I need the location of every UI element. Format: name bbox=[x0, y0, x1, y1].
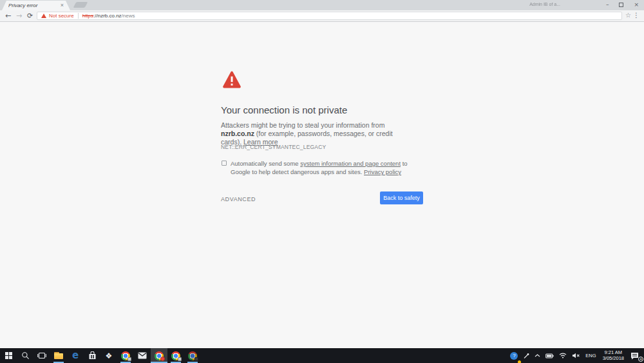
system-info-link[interactable]: system information and page content bbox=[300, 160, 401, 167]
address-bar[interactable]: Not secure https ://nzrb.co.nz /news bbox=[37, 12, 622, 20]
chrome-profile-3-button[interactable] bbox=[184, 348, 201, 363]
close-button[interactable]: × bbox=[634, 2, 639, 8]
windows-logo-icon bbox=[5, 352, 12, 359]
chrome-icon bbox=[188, 351, 197, 360]
affected-domain: nzrb.co.nz bbox=[221, 130, 254, 137]
clock[interactable]: 9:21 AM 3/05/2018 bbox=[599, 350, 628, 361]
dropbox-button[interactable]: ❖ bbox=[100, 348, 117, 363]
pen-icon bbox=[523, 353, 529, 359]
mail-button[interactable] bbox=[134, 348, 151, 363]
report-optin-row: Automatically send some system informati… bbox=[221, 159, 414, 176]
window-controls: – × bbox=[606, 0, 641, 9]
minimize-button[interactable]: – bbox=[606, 2, 609, 8]
pen-tray-button[interactable] bbox=[520, 348, 532, 363]
network-tray-button[interactable] bbox=[556, 348, 569, 363]
battery-tray-button[interactable] bbox=[543, 348, 556, 363]
error-heading: Your connection is not private bbox=[221, 104, 347, 115]
report-optin-text: Automatically send some system informati… bbox=[231, 159, 414, 176]
chrome-icon bbox=[121, 351, 130, 360]
chrome-active-button[interactable] bbox=[151, 348, 167, 363]
file-explorer-icon bbox=[54, 352, 63, 359]
menu-dots-icon[interactable]: ⋮ bbox=[633, 12, 639, 19]
clock-date: 3/05/2018 bbox=[603, 356, 624, 362]
security-chip[interactable]: Not secure bbox=[49, 13, 74, 19]
restore-button[interactable] bbox=[619, 3, 623, 7]
profile-name: Admin IB of a... bbox=[529, 2, 560, 6]
help-icon: ? bbox=[510, 352, 518, 360]
edge-icon: e bbox=[72, 351, 79, 360]
chevron-up-icon bbox=[535, 354, 540, 357]
titlebar: Privacy error × Admin IB of a... – × bbox=[0, 0, 644, 10]
back-icon[interactable]: ← bbox=[5, 11, 11, 21]
url-path: /news bbox=[122, 13, 135, 19]
url-scheme: https bbox=[82, 13, 93, 19]
help-tray-button[interactable]: ? bbox=[507, 348, 520, 363]
start-button[interactable] bbox=[0, 348, 17, 363]
url-host: ://nzrb.co.nz bbox=[93, 13, 122, 19]
battery-icon bbox=[545, 353, 554, 358]
store-icon bbox=[88, 351, 97, 360]
dropbox-icon: ❖ bbox=[106, 352, 113, 360]
chip-divider bbox=[78, 13, 79, 19]
mail-icon bbox=[138, 352, 147, 359]
notification-count-badge: 4 bbox=[638, 357, 643, 362]
tab-close-icon[interactable]: × bbox=[61, 3, 64, 8]
taskbar-search-button[interactable] bbox=[17, 348, 33, 363]
search-icon bbox=[21, 351, 30, 360]
language-label: ENG bbox=[585, 353, 596, 358]
profile-badge bbox=[128, 357, 131, 361]
file-explorer-button[interactable] bbox=[50, 348, 67, 363]
language-indicator[interactable]: ENG bbox=[583, 348, 598, 363]
browser-toolbar: ← → ⟳ Not secure https ://nzrb.co.nz /ne… bbox=[0, 10, 644, 22]
report-checkbox[interactable] bbox=[222, 161, 227, 166]
back-to-safety-button[interactable]: Back to safety bbox=[380, 191, 423, 204]
error-code: NET::ERR_CERT_SYMANTEC_LEGACY bbox=[221, 144, 326, 150]
not-secure-warning-icon bbox=[41, 14, 46, 18]
task-view-button[interactable] bbox=[33, 348, 50, 363]
action-center-button[interactable]: 4 bbox=[628, 348, 644, 363]
profile-badge bbox=[178, 357, 182, 361]
store-button[interactable] bbox=[84, 348, 100, 363]
taskbar: e ❖ ? bbox=[0, 348, 644, 363]
chrome-profile-2-button[interactable] bbox=[167, 348, 184, 363]
privacy-policy-link[interactable]: Privacy policy bbox=[364, 168, 401, 175]
task-view-icon bbox=[37, 352, 46, 359]
optin-prefix: Automatically send some bbox=[231, 160, 300, 167]
tab-title: Privacy error bbox=[8, 3, 61, 8]
system-tray: ? bbox=[507, 348, 644, 363]
advanced-link[interactable]: ADVANCED bbox=[221, 196, 256, 202]
volume-tray-button[interactable] bbox=[569, 348, 583, 363]
description-prefix: Attackers might be trying to steal your … bbox=[221, 121, 384, 129]
edge-button[interactable]: e bbox=[67, 348, 84, 363]
chrome-profile-1-button[interactable] bbox=[117, 348, 134, 363]
error-page: Your connection is not private Attackers… bbox=[0, 23, 644, 348]
error-description: Attackers might be trying to steal your … bbox=[221, 121, 414, 146]
notification-badge bbox=[160, 357, 165, 361]
warning-triangle-icon bbox=[222, 71, 242, 88]
speaker-muted-icon bbox=[572, 353, 580, 358]
show-hidden-icons-button[interactable] bbox=[532, 348, 543, 363]
reload-icon[interactable]: ⟳ bbox=[27, 11, 33, 21]
browser-tab[interactable]: Privacy error × bbox=[2, 1, 70, 10]
chrome-icon bbox=[171, 351, 180, 360]
forward-icon[interactable]: → bbox=[16, 11, 22, 21]
new-tab-button[interactable] bbox=[73, 2, 88, 8]
profile-badge bbox=[194, 357, 198, 361]
wifi-icon bbox=[559, 353, 567, 358]
chrome-icon bbox=[155, 351, 164, 360]
bookmark-star-icon[interactable]: ☆ bbox=[625, 12, 631, 19]
